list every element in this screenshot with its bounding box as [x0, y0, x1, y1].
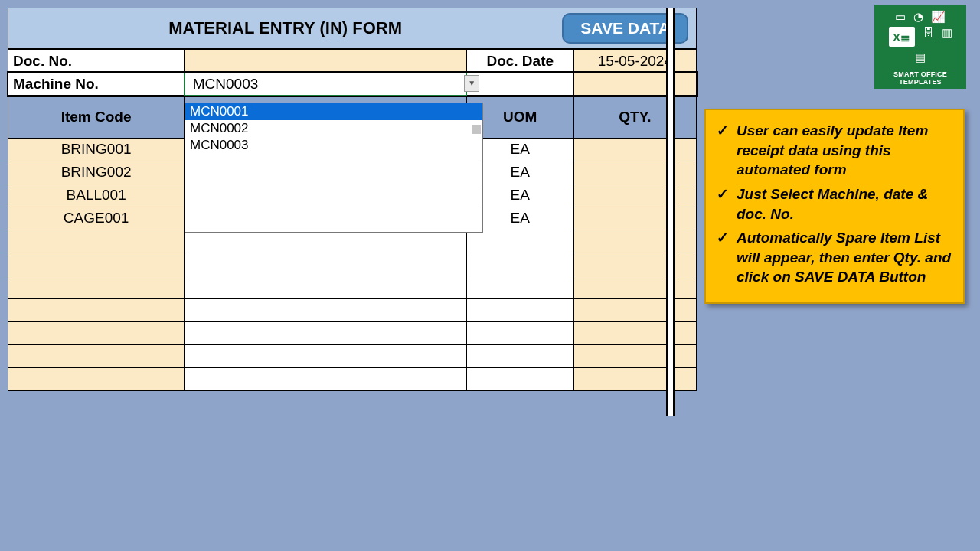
item-desc-cell[interactable]	[185, 367, 466, 390]
item-code-cell[interactable]: CAGE001	[8, 207, 185, 230]
meta-table: Doc. No. Doc. Date 15-05-2024 Machine No…	[8, 49, 697, 96]
scrollbar-thumb[interactable]	[472, 125, 481, 134]
note-item: User can easily update Item receipt data…	[717, 121, 952, 180]
qty-cell[interactable]	[573, 298, 696, 321]
chevron-down-icon[interactable]: ▼	[464, 75, 479, 92]
item-code-cell[interactable]	[8, 253, 185, 276]
item-desc-cell[interactable]	[185, 253, 466, 276]
note-item: Automatically Spare Item List will appea…	[717, 228, 952, 287]
docdate-label: Doc. Date	[466, 50, 573, 73]
item-code-cell[interactable]	[8, 367, 185, 390]
logo-badge: ▭ ◔ 📈 X≣ 🗄 ▥ ▤ SMART OFFICE TEMPLATES	[874, 5, 966, 89]
meta-blank-2[interactable]	[573, 73, 696, 96]
machine-value: MCN0003	[190, 76, 259, 92]
item-code-cell[interactable]: BRING001	[8, 138, 185, 161]
qty-cell[interactable]	[573, 230, 696, 253]
window-icon: ▭	[895, 11, 906, 22]
col-item: Item Code	[8, 96, 185, 138]
logo-text: SMART OFFICE TEMPLATES	[874, 70, 966, 86]
uom-cell	[466, 298, 573, 321]
machine-label: Machine No.	[8, 73, 185, 96]
qty-cell[interactable]	[573, 207, 696, 230]
qty-cell[interactable]	[573, 253, 696, 276]
item-code-cell[interactable]: BALL001	[8, 184, 185, 207]
form-header: MATERIAL ENTRY (IN) FORM SAVE DATA	[8, 8, 697, 49]
item-code-cell[interactable]	[8, 276, 185, 298]
item-code-cell[interactable]	[8, 298, 185, 321]
table-row	[8, 230, 697, 253]
uom-cell	[466, 344, 573, 367]
docdate-input[interactable]: 15-05-2024	[573, 50, 696, 73]
qty-cell[interactable]	[573, 321, 696, 344]
col-qty: QTY.	[573, 96, 696, 138]
item-code-cell[interactable]: BRING002	[8, 161, 185, 184]
instructions-box: User can easily update Item receipt data…	[704, 109, 965, 304]
chart-icon: 📈	[931, 11, 946, 22]
table-row	[8, 367, 697, 390]
machine-dropdown-list[interactable]: MCN0001MCN0002MCN0003	[185, 103, 483, 233]
dropdown-option[interactable]: MCN0003	[185, 137, 482, 154]
uom-cell	[466, 253, 573, 276]
pie-icon: ◔	[913, 11, 923, 22]
table-row	[8, 321, 697, 344]
item-desc-cell[interactable]	[185, 230, 466, 253]
qty-cell[interactable]	[573, 344, 696, 367]
machine-select[interactable]: MCN0003 ▼	[185, 73, 466, 96]
qty-cell[interactable]	[573, 367, 696, 390]
qty-cell[interactable]	[573, 161, 696, 184]
dropdown-option[interactable]: MCN0002	[185, 120, 482, 137]
docno-label: Doc. No.	[8, 50, 185, 73]
note-item: Just Select Machine, date & doc. No.	[717, 184, 952, 223]
sheet-right-border	[666, 8, 675, 416]
table-row	[8, 253, 697, 276]
meta-blank-1	[466, 73, 573, 96]
table-row	[8, 276, 697, 298]
table-row	[8, 344, 697, 367]
uom-cell	[466, 230, 573, 253]
form-title: MATERIAL ENTRY (IN) FORM	[8, 18, 562, 38]
item-code-cell[interactable]	[8, 230, 185, 253]
qty-cell[interactable]	[573, 184, 696, 207]
item-desc-cell[interactable]	[185, 321, 466, 344]
item-desc-cell[interactable]	[185, 298, 466, 321]
db-icon: 🗄	[923, 27, 934, 47]
item-desc-cell[interactable]	[185, 276, 466, 298]
qty-cell[interactable]	[573, 276, 696, 298]
item-code-cell[interactable]	[8, 321, 185, 344]
doc-icon: ▤	[915, 51, 926, 63]
table-row	[8, 298, 697, 321]
logo-icons: ▭ ◔ 📈 X≣ 🗄 ▥ ▤	[874, 11, 966, 63]
docno-input[interactable]	[185, 50, 466, 73]
item-desc-cell[interactable]	[185, 344, 466, 367]
qty-cell[interactable]	[573, 138, 696, 161]
dropdown-option[interactable]: MCN0001	[185, 103, 482, 120]
uom-cell	[466, 367, 573, 390]
uom-cell	[466, 321, 573, 344]
excel-icon: X≣	[889, 27, 915, 47]
item-code-cell[interactable]	[8, 344, 185, 367]
uom-cell	[466, 276, 573, 298]
bar-icon: ▥	[942, 27, 952, 47]
